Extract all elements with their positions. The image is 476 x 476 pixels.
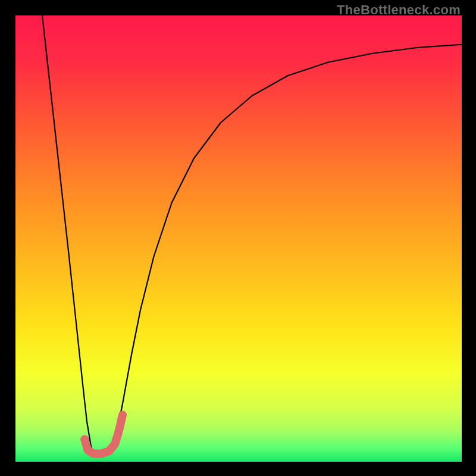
plot-area — [15, 15, 462, 462]
series-left-branch — [42, 15, 92, 449]
series-right-branch — [114, 45, 462, 449]
chart-stage: TheBottleneck.com — [0, 0, 476, 476]
watermark-text: TheBottleneck.com — [337, 2, 461, 18]
curve-layer — [15, 15, 462, 462]
series-j-accent — [84, 415, 123, 453]
